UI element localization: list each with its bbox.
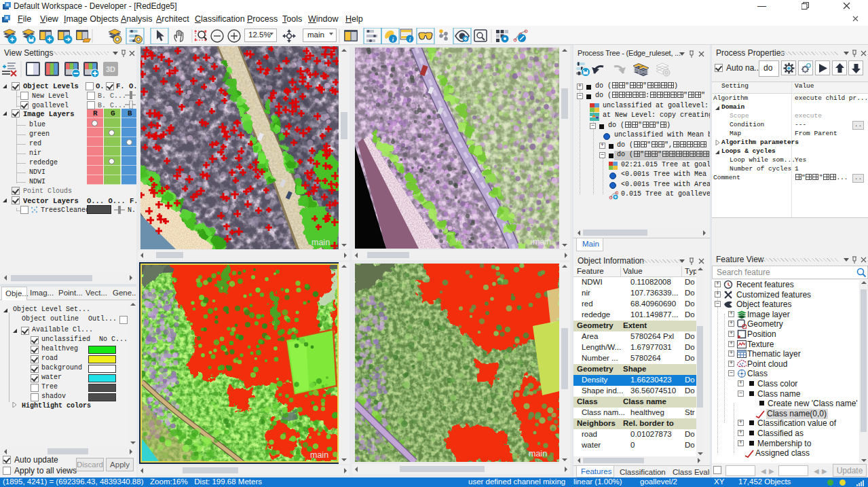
svg-text:main: main <box>310 450 328 460</box>
svg-text:main: main <box>533 237 551 247</box>
svg-text:main: main <box>312 238 330 247</box>
svg-text:3D: 3D <box>106 65 115 73</box>
svg-text:main: main <box>529 449 547 458</box>
